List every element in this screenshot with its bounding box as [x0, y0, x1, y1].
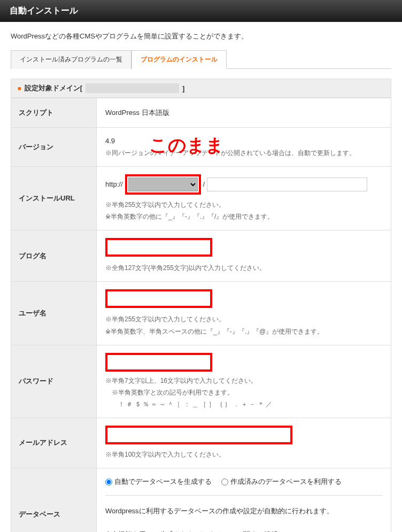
note-password-3: ！ ＃ ＄ ％ ＝ ～ ＾ ｜ ： ＿ ［ ］ ｛ ｝ ． ＋ － ＊ ／ — [105, 400, 272, 408]
domain-select[interactable] — [128, 178, 198, 191]
db-divider — [105, 495, 382, 496]
radio-existing-db[interactable] — [221, 479, 228, 485]
settings-table: スクリプト WordPress 日本語版 バージョン 4.9 ※同バージョンのマ… — [11, 98, 391, 532]
cell-password: ※半角7文字以上、16文字以内で入力してください。 ※半角英数字と次の記号が利用… — [97, 345, 391, 418]
cell-version: 4.9 ※同バージョンのマイナーアップデートが公開されている場合は、自動で更新し… — [97, 128, 391, 167]
page-header: 自動インストール — [0, 0, 402, 22]
tab-program-install[interactable]: プログラムのインストール — [132, 50, 227, 69]
radio-existing-db-label[interactable]: 作成済みのデータベースを利用する — [221, 476, 342, 488]
label-email: メールアドレス — [11, 418, 97, 468]
domain-suffix: ] — [182, 84, 184, 92]
domain-bar: ■ 設定対象ドメイン[ ] — [11, 79, 391, 98]
note-url-1: ※半角255文字以内で入力してください。 — [105, 201, 225, 209]
cell-blog: ※全角127文字(半角255文字)以内で入力してください。 — [97, 230, 391, 282]
note-email: ※半角100文字以内で入力してください。 — [105, 451, 225, 458]
label-url: インストールURL — [11, 167, 97, 230]
email-input[interactable] — [105, 426, 292, 444]
label-blog: ブログ名 — [11, 230, 97, 282]
intro-text: WordPressなどの各種CMSやプログラムを簡単に設置することができます。 — [0, 22, 402, 50]
tabs: インストール済みプログラムの一覧 プログラムのインストール — [11, 50, 391, 69]
note-blog: ※全角127文字(半角255文字)以内で入力してください。 — [105, 264, 266, 272]
note-user-1: ※半角255文字以内で入力してください。 — [105, 315, 225, 323]
db-desc-1: Wordpressに利用するデータベースの作成や設定が自動的に行われます。 — [105, 507, 334, 515]
cell-user: ※半角255文字以内で入力してください。 ※半角英数字、半角スペースの他に『_』… — [97, 282, 391, 345]
value-version: 4.9 — [105, 137, 115, 145]
url-path-input[interactable] — [207, 178, 367, 191]
note-user-2: ※半角英数字、半角スペースの他に『_』『-』『.』『@』が使用できます。 — [105, 328, 323, 335]
domain-value-redacted — [86, 83, 179, 93]
note-url-2: ※半角英数字の他に『_』『-』『.』『/』が使用できます。 — [105, 213, 274, 220]
label-script: スクリプト — [11, 98, 97, 128]
label-password: パスワード — [11, 345, 97, 418]
note-version: ※同バージョンのマイナーアップデートが公開されている場合は、自動で更新します。 — [105, 149, 355, 157]
bullet-icon: ■ — [18, 85, 21, 91]
url-slash: / — [203, 179, 205, 190]
radio-auto-db-label[interactable]: 自動でデータベースを生成する — [105, 476, 212, 488]
note-password-2: ※半角英数字と次の記号が利用できます。 — [105, 389, 234, 396]
url-protocol: http:// — [105, 179, 123, 190]
cell-database: 自動でデータベースを生成する 作成済みのデータベースを利用する Wordpres… — [97, 468, 391, 532]
label-version: バージョン — [11, 128, 97, 167]
radio-auto-db[interactable] — [105, 479, 112, 485]
note-password-1: ※半角7文字以上、16文字以内で入力してください。 — [105, 377, 257, 384]
tab-installed-list[interactable]: インストール済みプログラムの一覧 — [11, 50, 132, 69]
password-input[interactable] — [105, 353, 212, 372]
blog-name-input[interactable] — [105, 238, 212, 257]
username-input[interactable] — [105, 289, 212, 308]
label-user: ユーザ名 — [11, 282, 97, 345]
cell-url: http:// / ※半角255文字以内で入力してください。 ※半角英数字の他に… — [97, 167, 391, 230]
domain-prefix: 設定対象ドメイン[ — [25, 83, 82, 93]
highlight-domain-select — [125, 174, 201, 195]
value-script: WordPress 日本語版 — [97, 98, 391, 128]
page-title: 自動インストール — [10, 6, 78, 15]
cell-email: ※半角100文字以内で入力してください。 — [97, 418, 391, 468]
label-database: データベース — [11, 468, 97, 532]
